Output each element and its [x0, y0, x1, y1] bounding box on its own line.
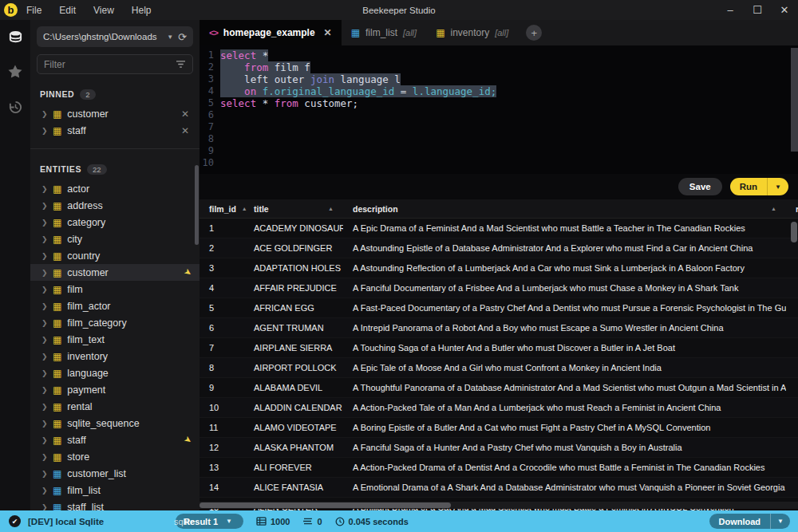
- menu-file[interactable]: File: [18, 0, 50, 20]
- cell-film-id[interactable]: 3: [200, 263, 244, 273]
- sql-editor[interactable]: 1select *2 from film f3 left outer join …: [200, 45, 798, 174]
- chevron-right-icon[interactable]: ❯: [41, 202, 47, 210]
- chevron-right-icon[interactable]: ❯: [41, 436, 47, 444]
- table-row[interactable]: 6AGENT TRUMANA Intrepid Panorama of a Ro…: [200, 318, 798, 338]
- unpin-icon[interactable]: ✕: [179, 125, 192, 136]
- menu-help[interactable]: Help: [123, 0, 160, 20]
- entity-item-city[interactable]: ❯▦city: [30, 231, 200, 247]
- cell-description[interactable]: A Action-Packed Tale of a Man And a Lumb…: [343, 403, 786, 412]
- chevron-right-icon[interactable]: ❯: [41, 269, 47, 277]
- grid-vertical-scrollbar[interactable]: [791, 222, 797, 242]
- run-button[interactable]: Run ▼: [730, 178, 788, 195]
- minimize-button[interactable]: –: [717, 0, 744, 20]
- pinned-item-staff[interactable]: ❯▦staff✕: [30, 122, 200, 139]
- cell-description[interactable]: A Boring Epistle of a Butler And a Cat w…: [343, 423, 786, 432]
- entity-item-customer_list[interactable]: ❯▦customer_list: [30, 465, 200, 482]
- cell-film-id[interactable]: 2: [200, 243, 244, 253]
- entity-item-customer[interactable]: ❯▦customer➤: [30, 264, 200, 281]
- cell-film-id[interactable]: 11: [200, 423, 244, 432]
- tab-film_list[interactable]: ▦film_list[all]: [342, 20, 426, 45]
- tab-close-icon[interactable]: ✕: [324, 27, 332, 38]
- chevron-right-icon[interactable]: ❯: [41, 235, 47, 243]
- chevron-right-icon[interactable]: ❯: [41, 110, 47, 118]
- column-header-title[interactable]: title ▲: [244, 199, 343, 218]
- cell-title[interactable]: ACE GOLDFINGER: [244, 243, 343, 253]
- table-row[interactable]: 1ACADEMY DINOSAURA Epic Drama of a Femin…: [200, 219, 798, 238]
- cell-description[interactable]: A Fanciful Documentary of a Frisbee And …: [343, 283, 786, 293]
- chevron-right-icon[interactable]: ❯: [41, 219, 47, 227]
- table-row[interactable]: 11ALAMO VIDEOTAPEA Boring Epistle of a B…: [200, 418, 798, 438]
- table-row[interactable]: 13ALI FOREVERA Action-Packed Drama of a …: [200, 458, 798, 478]
- cell-description[interactable]: A Epic Drama of a Feminist And a Mad Sci…: [343, 223, 786, 233]
- entity-item-sqlite_sequence[interactable]: ❯▦sqlite_sequence: [30, 415, 200, 432]
- cell-title[interactable]: ALAMO VIDEOTAPE: [244, 423, 343, 432]
- pin-icon[interactable]: ➤: [182, 434, 194, 447]
- entity-item-staff_list[interactable]: ❯▦staff_list: [30, 499, 200, 510]
- chevron-right-icon[interactable]: ❯: [41, 420, 47, 428]
- entity-item-language[interactable]: ❯▦language: [30, 365, 200, 381]
- chevron-right-icon[interactable]: ❯: [41, 127, 47, 135]
- entity-item-film_actor[interactable]: ❯▦film_actor: [30, 298, 200, 314]
- chevron-right-icon[interactable]: ❯: [41, 487, 47, 495]
- entity-item-inventory[interactable]: ❯▦inventory: [30, 348, 200, 365]
- connection-selector[interactable]: C:\Users\ghstng\Downloads ▼ ⟳: [37, 26, 193, 47]
- cell-film-id[interactable]: 12: [200, 443, 244, 452]
- cell-description[interactable]: A Emotional Drama of a A Shark And a Dat…: [343, 483, 786, 492]
- cell-title[interactable]: AFRICAN EGG: [244, 303, 343, 313]
- unpin-icon[interactable]: ✕: [179, 108, 192, 120]
- chevron-right-icon[interactable]: ❯: [41, 386, 47, 394]
- cell-film-id[interactable]: 9: [200, 383, 244, 392]
- cell-title[interactable]: AFFAIR PREJUDICE: [244, 283, 343, 293]
- cell-description[interactable]: A Action-Packed Drama of a Dentist And a…: [343, 463, 786, 472]
- chevron-right-icon[interactable]: ❯: [41, 185, 47, 193]
- menu-edit[interactable]: Edit: [50, 0, 85, 20]
- entity-item-film_list[interactable]: ❯▦film_list: [30, 482, 200, 499]
- chevron-right-icon[interactable]: ❯: [41, 286, 47, 294]
- table-row[interactable]: 7AIRPLANE SIERRAA Touching Saga of a Hun…: [200, 338, 798, 358]
- table-row[interactable]: 10ALADDIN CALENDARA Action-Packed Tale o…: [200, 398, 798, 418]
- cell-description[interactable]: A Thoughtful Panorama of a Database Admi…: [343, 383, 786, 392]
- table-row[interactable]: 4AFFAIR PREJUDICEA Fanciful Documentary …: [200, 278, 798, 298]
- grid-horizontal-thumb[interactable]: [200, 502, 451, 508]
- cell-film-id[interactable]: 13: [200, 463, 244, 472]
- cell-title[interactable]: AIRPORT POLLOCK: [244, 363, 343, 372]
- tab-homepage_example[interactable]: <>homepage_example✕: [200, 20, 342, 45]
- pinned-section-header[interactable]: PINNED 2: [30, 87, 200, 101]
- cell-title[interactable]: ALASKA PHANTOM: [244, 443, 343, 452]
- new-tab-button[interactable]: +: [526, 25, 542, 41]
- history-icon[interactable]: [6, 98, 24, 116]
- refresh-icon[interactable]: ⟳: [178, 31, 187, 43]
- entity-item-film_category[interactable]: ❯▦film_category: [30, 314, 200, 331]
- sidebar-scrollbar[interactable]: [195, 165, 199, 245]
- cell-description[interactable]: A Fast-Paced Documentary of a Pastry Che…: [343, 303, 786, 313]
- entity-item-staff[interactable]: ❯▦staff➤: [30, 432, 200, 448]
- chevron-right-icon[interactable]: ❯: [41, 252, 47, 260]
- database-icon[interactable]: [6, 28, 24, 45]
- editor-scrollbar[interactable]: [791, 48, 798, 152]
- cell-description[interactable]: A Epic Tale of a Moose And a Girl who mu…: [343, 363, 786, 372]
- menu-view[interactable]: View: [85, 0, 123, 20]
- cell-title[interactable]: ALADDIN CALENDAR: [244, 403, 343, 412]
- cell-film-id[interactable]: 7: [200, 343, 244, 353]
- cell-description[interactable]: A Astounding Reflection of a Lumberjack …: [343, 263, 786, 273]
- chevron-right-icon[interactable]: ❯: [41, 353, 47, 361]
- entity-item-address[interactable]: ❯▦address: [30, 197, 200, 214]
- entity-item-payment[interactable]: ❯▦payment: [30, 381, 200, 398]
- table-row[interactable]: 14ALICE FANTASIAA Emotional Drama of a A…: [200, 478, 798, 498]
- filter-input[interactable]: [44, 59, 176, 70]
- entity-item-country[interactable]: ❯▦country: [30, 247, 200, 264]
- cell-description[interactable]: A Touching Saga of a Hunter And a Butler…: [343, 343, 786, 353]
- run-options-caret-icon[interactable]: ▼: [767, 178, 788, 195]
- download-button[interactable]: Download ▼: [709, 514, 790, 529]
- entity-item-rental[interactable]: ❯▦rental: [30, 398, 200, 415]
- pinned-item-customer[interactable]: ❯▦customer✕: [30, 105, 200, 122]
- grid-horizontal-scrollbar[interactable]: [200, 502, 798, 509]
- cell-film-id[interactable]: 10: [200, 403, 244, 412]
- star-icon[interactable]: [6, 63, 24, 81]
- chevron-right-icon[interactable]: ❯: [41, 403, 47, 411]
- cell-film-id[interactable]: 1: [200, 223, 244, 233]
- table-row[interactable]: 9ALABAMA DEVILA Thoughtful Panorama of a…: [200, 378, 798, 398]
- cell-title[interactable]: ALICE FANTASIA: [244, 483, 343, 492]
- entity-item-category[interactable]: ❯▦category: [30, 214, 200, 231]
- cell-title[interactable]: ADAPTATION HOLES: [244, 263, 343, 273]
